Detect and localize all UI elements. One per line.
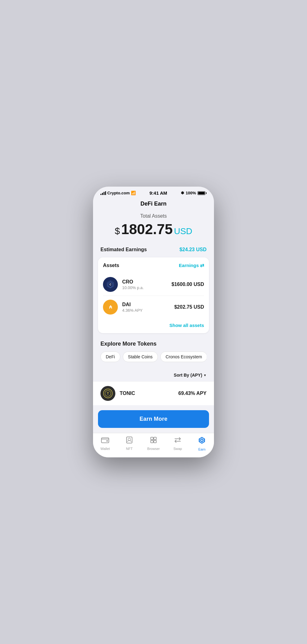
- bottom-nav: Wallet NFT Browser: [93, 433, 214, 457]
- signal-icon: [100, 191, 106, 195]
- tonic-apy: 69.43% APY: [178, 391, 207, 396]
- status-time: 9:41 AM: [149, 190, 167, 196]
- bluetooth-icon: ✱: [181, 191, 184, 195]
- tonic-name: TONIC: [120, 391, 178, 396]
- browser-nav-label: Browser: [147, 447, 160, 451]
- status-bar: Crypto.com 📶 9:41 AM ✱ 100%: [93, 187, 214, 197]
- estimated-earnings-value: $24.23 USD: [180, 247, 207, 252]
- svg-text:₳: ₳: [109, 305, 112, 310]
- total-assets-amount: $ 1802.75 USD: [99, 221, 208, 238]
- swap-icon: ⇄: [200, 262, 204, 268]
- dai-value: $202.75 USD: [174, 304, 204, 310]
- cro-icon: C: [103, 277, 118, 292]
- svg-rect-10: [127, 437, 132, 443]
- dollar-sign: $: [115, 226, 120, 236]
- earn-more-button[interactable]: Earn More: [98, 410, 209, 428]
- sort-arrow-icon: ▼: [203, 374, 207, 377]
- svg-rect-13: [154, 437, 156, 440]
- status-left: Crypto.com 📶: [100, 191, 136, 195]
- nav-item-wallet[interactable]: Wallet: [93, 436, 117, 451]
- svg-rect-12: [151, 437, 153, 440]
- swap-nav-label: Swap: [173, 447, 182, 451]
- svg-text:C: C: [109, 283, 111, 286]
- estimated-earnings: Estimated Earnings $24.23 USD: [93, 247, 214, 257]
- dai-rate: 4.36% APY: [122, 308, 174, 313]
- wifi-icon: 📶: [131, 191, 136, 195]
- estimated-earnings-label: Estimated Earnings: [100, 247, 147, 252]
- sort-row: Sort By (APY) ▼: [93, 373, 214, 381]
- browser-icon: [150, 436, 157, 446]
- svg-rect-9: [106, 440, 108, 442]
- total-assets-label: Total Assets: [99, 213, 208, 219]
- nav-item-browser[interactable]: Browser: [141, 436, 166, 451]
- filter-tab-cronos[interactable]: Cronos Ecosystem: [160, 351, 207, 362]
- tonic-icon: T: [100, 386, 115, 401]
- filter-tab-defi[interactable]: DeFi: [100, 351, 120, 362]
- sort-button[interactable]: Sort By (APY) ▼: [174, 373, 207, 378]
- total-assets-section: Total Assets $ 1802.75 USD: [93, 213, 214, 247]
- asset-row-cro[interactable]: C CRO 10.00% p.a. $1600.00 USD: [103, 273, 204, 296]
- dai-asset-info: DAI 4.36% APY: [122, 302, 174, 313]
- filter-tab-stablecoins[interactable]: Stable Coins: [123, 351, 158, 362]
- svg-point-11: [128, 438, 131, 441]
- nft-nav-label: NFT: [126, 447, 132, 451]
- nft-icon: [126, 436, 133, 446]
- earn-nav-label: Earn: [198, 447, 205, 451]
- phone-frame: Crypto.com 📶 9:41 AM ✱ 100% DeFi Earn To…: [93, 187, 214, 457]
- cro-asset-info: CRO 10.00% p.a.: [122, 279, 171, 290]
- svg-rect-14: [151, 440, 153, 443]
- carrier-name: Crypto.com: [107, 191, 130, 195]
- wallet-nav-label: Wallet: [100, 447, 110, 451]
- sort-label: Sort By (APY): [174, 373, 202, 378]
- total-assets-currency: USD: [174, 226, 192, 236]
- assets-card: Assets Earnings ⇄ C CRO 10.00% p.: [98, 257, 209, 333]
- total-assets-number: 1802.75: [121, 221, 173, 238]
- explore-title: Explore More Tokens: [100, 341, 207, 347]
- show-all-assets: Show all assets: [103, 318, 204, 328]
- assets-title: Assets: [103, 263, 119, 268]
- earn-nav-icon: [198, 436, 206, 446]
- dai-name: DAI: [122, 302, 174, 307]
- swap-nav-icon: [174, 436, 182, 446]
- filter-tabs: DeFi Stable Coins Cronos Ecosystem DE: [100, 351, 207, 363]
- show-all-assets-link[interactable]: Show all assets: [169, 323, 204, 328]
- nav-item-swap[interactable]: Swap: [166, 436, 190, 451]
- wallet-icon: [101, 436, 109, 446]
- earnings-toggle-button[interactable]: Earnings ⇄: [179, 262, 204, 268]
- cro-value: $1600.00 USD: [171, 282, 204, 287]
- battery-percent: 100%: [186, 191, 196, 195]
- status-right: ✱ 100%: [181, 191, 207, 195]
- nav-item-earn[interactable]: Earn: [190, 436, 214, 451]
- scroll-content: DeFi Earn Total Assets $ 1802.75 USD Est…: [93, 197, 214, 433]
- page-title: DeFi Earn: [93, 197, 214, 213]
- battery-icon: [198, 191, 207, 195]
- svg-text:T: T: [107, 392, 109, 395]
- explore-section: Explore More Tokens DeFi Stable Coins Cr…: [93, 341, 214, 373]
- earnings-toggle-label: Earnings: [179, 263, 199, 268]
- svg-rect-15: [154, 440, 156, 443]
- token-row-tonic[interactable]: T TONIC 69.43% APY: [93, 381, 214, 405]
- dai-icon: ₳: [103, 300, 118, 315]
- nav-item-nft[interactable]: NFT: [117, 436, 141, 451]
- assets-card-header: Assets Earnings ⇄: [103, 262, 204, 268]
- asset-row-dai[interactable]: ₳ DAI 4.36% APY $202.75 USD: [103, 296, 204, 318]
- cro-rate: 10.00% p.a.: [122, 285, 171, 290]
- svg-rect-8: [101, 438, 109, 443]
- cro-name: CRO: [122, 279, 171, 285]
